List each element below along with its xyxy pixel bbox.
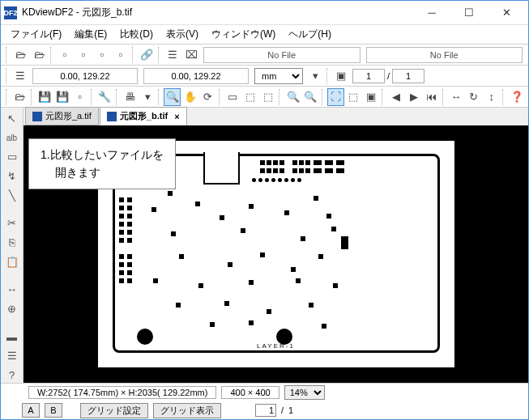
select-region-icon[interactable]: ⬚	[242, 88, 259, 106]
close-button[interactable]: ✕	[488, 1, 525, 25]
menu-window[interactable]: ウィンドウ(W)	[207, 26, 280, 43]
print-dropdown-icon[interactable]: ▾	[139, 88, 156, 106]
toolbar-coords: ☰ 0.00, 129.22 0.00, 129.22 mm ▾ ▣ /	[1, 66, 528, 87]
menu-help[interactable]: ヘルプ(H)	[284, 26, 336, 43]
pan-tool-icon[interactable]: ✋	[181, 88, 198, 106]
current-page[interactable]	[255, 404, 276, 417]
page-input[interactable]	[352, 69, 385, 83]
dimensions-display: W:2752( 174.75mm) × H:2035( 129.22mm)	[28, 386, 216, 399]
width-icon[interactable]: ☰	[3, 348, 21, 364]
tab-icon	[107, 112, 117, 121]
rect-tool-icon[interactable]: ▭	[3, 149, 21, 165]
actual-size-icon[interactable]: ▣	[363, 88, 380, 106]
menu-edit[interactable]: 編集(E)	[70, 26, 112, 43]
overlay2-icon[interactable]: ▫	[112, 46, 130, 64]
page2-icon[interactable]: ▫	[75, 46, 92, 64]
adjust-icon[interactable]: ⌧	[182, 46, 200, 64]
pencil-icon[interactable]: ↯	[3, 168, 21, 185]
canvas[interactable]: 1.比較したいファイルを 開きます	[23, 125, 528, 383]
prev-icon[interactable]: ◀	[387, 88, 404, 106]
dpi-display: 400 × 400	[221, 386, 279, 399]
file-slot-b: No File	[366, 47, 523, 63]
total-pages-label: 1	[288, 405, 293, 415]
menu-view[interactable]: 表示(V)	[161, 26, 203, 43]
coord-display-1: 0.00, 129.22	[32, 68, 138, 84]
open2-icon[interactable]: 🗁	[11, 88, 28, 106]
grid-settings-button[interactable]: グリッド設定	[80, 403, 148, 418]
next-icon[interactable]: ▶	[405, 88, 422, 106]
color-icon[interactable]: ▬	[3, 329, 21, 345]
pointer-icon[interactable]: ↖	[3, 111, 21, 127]
page-sep: /	[281, 405, 284, 415]
layers-icon[interactable]: ☰	[164, 46, 181, 64]
main-view: 元図形_a.tif 元図形_b.tif × 1.比較したいファイルを 開きます	[23, 108, 528, 383]
maximize-button[interactable]: ☐	[450, 1, 488, 25]
page-separator: /	[387, 71, 390, 81]
font-icon[interactable]: ?	[3, 367, 21, 384]
line-icon[interactable]: ╲	[3, 187, 21, 203]
copy2-icon[interactable]: ⎘	[3, 235, 21, 251]
select-rect-icon[interactable]: ▭	[224, 88, 241, 106]
text-tool-icon[interactable]: alb	[3, 130, 21, 146]
total-pages	[392, 69, 424, 83]
dimension-icon[interactable]: ⊕	[3, 301, 21, 317]
select-icon[interactable]: ⬚	[259, 88, 276, 106]
coord-display-2: 0.00, 129.22	[143, 68, 249, 84]
tab-label-b: 元図形_b.tif	[120, 110, 168, 122]
tab-close-icon[interactable]: ×	[171, 112, 179, 121]
menu-compare[interactable]: 比較(D)	[115, 26, 158, 43]
file-slot-a: No File	[203, 47, 360, 63]
tooltip-line2: 開きます	[41, 163, 164, 181]
zoom-in-icon[interactable]: 🔍	[284, 88, 301, 106]
save2-icon[interactable]: 💾	[53, 88, 70, 106]
toolbar-tools: 🗁 💾 💾 ▫ 🔧 🖶 ▾ 🔍 ✋ ⟳ ▭ ⬚ ⬚ 🔍 🔍 ⛶ ⬚ ▣ ◀ ▶ …	[1, 87, 528, 108]
title-bar: DF2 KDviewDF2 - 元図形_b.tif ─ ☐ ✕	[1, 1, 528, 25]
print-icon[interactable]: 🖶	[122, 88, 139, 106]
status-bar-dims: W:2752( 174.75mm) × H:2035( 129.22mm) 40…	[1, 383, 528, 401]
overlay-icon[interactable]: ▫	[93, 46, 111, 64]
measure-icon[interactable]: ↔	[3, 282, 21, 298]
content-area: ↖ alb ▭ ↯ ╲ ✂ ⎘ 📋 ↔ ⊕ ▬ ☰ ? 元図形_a.tif 元図…	[1, 108, 528, 383]
fit-icon[interactable]: ⛶	[327, 88, 344, 106]
open-compare-icon[interactable]: 🗁	[30, 46, 48, 64]
tab-bar: 元図形_a.tif 元図形_b.tif ×	[23, 108, 528, 125]
a-button[interactable]: A	[22, 403, 40, 418]
zoom-out-icon[interactable]: 🔍	[302, 88, 319, 106]
settings-icon[interactable]: 🔧	[96, 88, 113, 106]
page-nav-icon[interactable]: ▣	[332, 67, 350, 85]
toolbar-compare: 🗁 🗁 ▫ ▫ ▫ ▫ 🔗 ☰ ⌧ No File No File	[1, 45, 528, 66]
help-icon[interactable]: ❓	[508, 88, 525, 106]
rotate-icon[interactable]: ⟳	[199, 88, 216, 106]
cut-icon[interactable]: ✂	[3, 215, 21, 231]
rotate2-icon[interactable]: ↻	[466, 88, 483, 106]
menu-bar: ファイル(F) 編集(E) 比較(D) 表示(V) ウィンドウ(W) ヘルプ(H…	[1, 25, 528, 45]
instruction-tooltip: 1.比較したいファイルを 開きます	[28, 138, 176, 189]
menu-file[interactable]: ファイル(F)	[6, 26, 66, 43]
save-icon[interactable]: 💾	[36, 88, 53, 106]
unit-select[interactable]: mm	[254, 68, 303, 84]
tab-label-a: 元図形_a.tif	[45, 110, 92, 122]
copy-icon[interactable]: ▫	[71, 88, 88, 106]
link-icon[interactable]: 🔗	[138, 46, 156, 64]
tab-file-b[interactable]: 元図形_b.tif ×	[100, 107, 187, 125]
grid-show-button[interactable]: グリッド表示	[153, 403, 221, 418]
page-icon[interactable]: ▫	[56, 46, 74, 64]
paste-icon[interactable]: 📋	[3, 253, 21, 269]
window-title: KDviewDF2 - 元図形_b.tif	[22, 6, 413, 19]
flip-h-icon[interactable]: ↔	[448, 88, 465, 106]
app-icon: DF2	[4, 6, 17, 19]
b-button[interactable]: B	[45, 403, 62, 418]
tab-icon	[32, 112, 42, 121]
minimize-button[interactable]: ─	[413, 1, 450, 25]
zoom-select[interactable]: 14%	[284, 385, 325, 400]
zoom-tool-icon[interactable]: 🔍	[164, 88, 181, 106]
fit-width-icon[interactable]: ⬚	[345, 88, 362, 106]
ruler-icon[interactable]: ☰	[11, 67, 29, 85]
open-icon[interactable]: 🗁	[11, 46, 29, 64]
dropdown-icon[interactable]: ▾	[306, 67, 324, 85]
tab-file-a[interactable]: 元図形_a.tif	[25, 107, 99, 125]
flip-v-icon[interactable]: ↕	[483, 88, 500, 106]
rewind-icon[interactable]: ⏮	[423, 88, 440, 106]
vertical-toolbox: ↖ alb ▭ ↯ ╲ ✂ ⎘ 📋 ↔ ⊕ ▬ ☰ ?	[1, 108, 23, 383]
layer-label: LAYER-1	[257, 342, 295, 350]
